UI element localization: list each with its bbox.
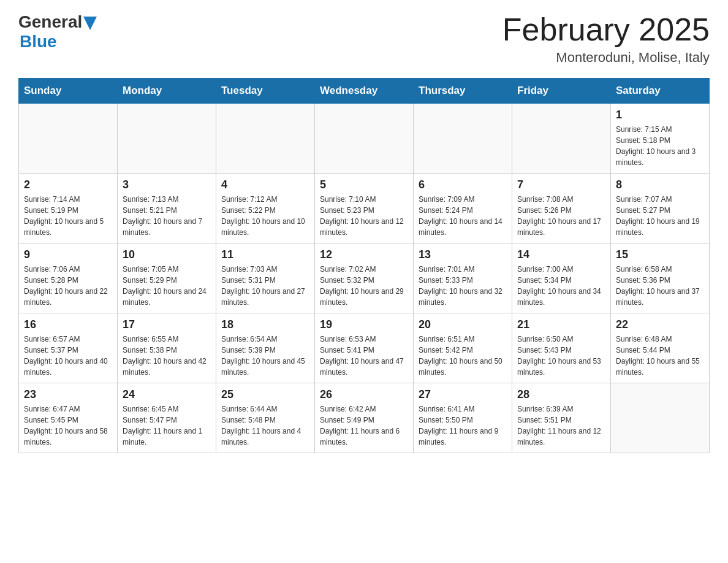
day-number: 10: [123, 248, 211, 261]
svg-marker-0: [83, 17, 97, 30]
logo-blue-text: Blue: [20, 32, 57, 51]
calendar-cell: 2Sunrise: 7:14 AM Sunset: 5:19 PM Daylig…: [19, 174, 118, 243]
weekday-header-tuesday: Tuesday: [216, 79, 315, 104]
day-number: 9: [24, 248, 112, 261]
day-number: 21: [517, 318, 605, 331]
day-info: Sunrise: 6:54 AM Sunset: 5:39 PM Dayligh…: [221, 334, 309, 378]
day-info: Sunrise: 6:48 AM Sunset: 5:44 PM Dayligh…: [616, 334, 704, 378]
day-number: 27: [419, 388, 507, 401]
day-info: Sunrise: 7:05 AM Sunset: 5:29 PM Dayligh…: [123, 264, 211, 308]
day-info: Sunrise: 7:10 AM Sunset: 5:23 PM Dayligh…: [320, 194, 408, 238]
day-number: 12: [320, 248, 408, 261]
calendar-cell: [118, 104, 216, 174]
day-number: 20: [419, 318, 507, 331]
weekday-header-row: SundayMondayTuesdayWednesdayThursdayFrid…: [19, 79, 710, 104]
calendar-week-row: 2Sunrise: 7:14 AM Sunset: 5:19 PM Daylig…: [19, 174, 710, 243]
weekday-header-thursday: Thursday: [414, 79, 512, 104]
day-info: Sunrise: 6:39 AM Sunset: 5:51 PM Dayligh…: [517, 404, 605, 448]
calendar-cell: 6Sunrise: 7:09 AM Sunset: 5:24 PM Daylig…: [414, 174, 512, 243]
calendar-week-row: 9Sunrise: 7:06 AM Sunset: 5:28 PM Daylig…: [19, 243, 710, 313]
calendar-cell: [216, 104, 315, 174]
weekday-header-monday: Monday: [118, 79, 216, 104]
logo-triangle-icon: [83, 17, 97, 30]
day-number: 28: [517, 388, 605, 401]
day-number: 19: [320, 318, 408, 331]
calendar-cell: 14Sunrise: 7:00 AM Sunset: 5:34 PM Dayli…: [512, 243, 611, 313]
day-number: 13: [419, 248, 507, 261]
day-info: Sunrise: 6:44 AM Sunset: 5:48 PM Dayligh…: [221, 404, 309, 448]
day-info: Sunrise: 7:14 AM Sunset: 5:19 PM Dayligh…: [24, 194, 112, 238]
weekday-header-saturday: Saturday: [611, 79, 710, 104]
logo-general-text: General: [18, 12, 82, 32]
day-info: Sunrise: 7:13 AM Sunset: 5:21 PM Dayligh…: [123, 194, 211, 238]
day-number: 23: [24, 388, 112, 401]
calendar-cell: 1Sunrise: 7:15 AM Sunset: 5:18 PM Daylig…: [611, 104, 710, 174]
day-number: 26: [320, 388, 408, 401]
calendar-week-row: 1Sunrise: 7:15 AM Sunset: 5:18 PM Daylig…: [19, 104, 710, 174]
day-number: 4: [221, 178, 309, 191]
day-number: 24: [123, 388, 211, 401]
calendar-cell: 5Sunrise: 7:10 AM Sunset: 5:23 PM Daylig…: [315, 174, 414, 243]
calendar-cell: [414, 104, 512, 174]
calendar-cell: 21Sunrise: 6:50 AM Sunset: 5:43 PM Dayli…: [512, 313, 611, 383]
weekday-header-wednesday: Wednesday: [315, 79, 414, 104]
day-info: Sunrise: 6:45 AM Sunset: 5:47 PM Dayligh…: [123, 404, 211, 448]
calendar-cell: 16Sunrise: 6:57 AM Sunset: 5:37 PM Dayli…: [19, 313, 118, 383]
day-info: Sunrise: 7:08 AM Sunset: 5:26 PM Dayligh…: [517, 194, 605, 238]
calendar-cell: 18Sunrise: 6:54 AM Sunset: 5:39 PM Dayli…: [216, 313, 315, 383]
day-info: Sunrise: 7:09 AM Sunset: 5:24 PM Dayligh…: [419, 194, 507, 238]
calendar-cell: 25Sunrise: 6:44 AM Sunset: 5:48 PM Dayli…: [216, 383, 315, 453]
calendar-cell: 26Sunrise: 6:42 AM Sunset: 5:49 PM Dayli…: [315, 383, 414, 453]
day-info: Sunrise: 7:01 AM Sunset: 5:33 PM Dayligh…: [419, 264, 507, 308]
day-info: Sunrise: 7:07 AM Sunset: 5:27 PM Dayligh…: [616, 194, 704, 238]
day-info: Sunrise: 6:50 AM Sunset: 5:43 PM Dayligh…: [517, 334, 605, 378]
day-number: 15: [616, 248, 704, 261]
day-number: 8: [616, 178, 704, 191]
weekday-header-friday: Friday: [512, 79, 611, 104]
day-info: Sunrise: 7:15 AM Sunset: 5:18 PM Dayligh…: [616, 124, 704, 168]
calendar-cell: 15Sunrise: 6:58 AM Sunset: 5:36 PM Dayli…: [611, 243, 710, 313]
calendar-week-row: 16Sunrise: 6:57 AM Sunset: 5:37 PM Dayli…: [19, 313, 710, 383]
day-number: 5: [320, 178, 408, 191]
calendar-title: February 2025: [502, 12, 710, 47]
calendar-cell: 24Sunrise: 6:45 AM Sunset: 5:47 PM Dayli…: [118, 383, 216, 453]
day-info: Sunrise: 6:47 AM Sunset: 5:45 PM Dayligh…: [24, 404, 112, 448]
calendar-cell: 7Sunrise: 7:08 AM Sunset: 5:26 PM Daylig…: [512, 174, 611, 243]
calendar-cell: [512, 104, 611, 174]
page-header: General Blue February 2025 Monteroduni, …: [18, 12, 710, 66]
weekday-header-sunday: Sunday: [19, 79, 118, 104]
calendar-cell: 20Sunrise: 6:51 AM Sunset: 5:42 PM Dayli…: [414, 313, 512, 383]
calendar-subtitle: Monteroduni, Molise, Italy: [502, 50, 710, 66]
calendar-cell: 17Sunrise: 6:55 AM Sunset: 5:38 PM Dayli…: [118, 313, 216, 383]
calendar-table: SundayMondayTuesdayWednesdayThursdayFrid…: [18, 78, 710, 453]
calendar-cell: 11Sunrise: 7:03 AM Sunset: 5:31 PM Dayli…: [216, 243, 315, 313]
day-info: Sunrise: 7:02 AM Sunset: 5:32 PM Dayligh…: [320, 264, 408, 308]
calendar-cell: [19, 104, 118, 174]
day-info: Sunrise: 6:55 AM Sunset: 5:38 PM Dayligh…: [123, 334, 211, 378]
calendar-cell: 19Sunrise: 6:53 AM Sunset: 5:41 PM Dayli…: [315, 313, 414, 383]
calendar-cell: 9Sunrise: 7:06 AM Sunset: 5:28 PM Daylig…: [19, 243, 118, 313]
day-info: Sunrise: 7:03 AM Sunset: 5:31 PM Dayligh…: [221, 264, 309, 308]
day-number: 2: [24, 178, 112, 191]
day-number: 7: [517, 178, 605, 191]
day-info: Sunrise: 6:51 AM Sunset: 5:42 PM Dayligh…: [419, 334, 507, 378]
logo: General Blue: [18, 12, 97, 52]
calendar-cell: 8Sunrise: 7:07 AM Sunset: 5:27 PM Daylig…: [611, 174, 710, 243]
day-number: 1: [616, 109, 704, 121]
day-info: Sunrise: 6:53 AM Sunset: 5:41 PM Dayligh…: [320, 334, 408, 378]
calendar-cell: 27Sunrise: 6:41 AM Sunset: 5:50 PM Dayli…: [414, 383, 512, 453]
calendar-cell: 3Sunrise: 7:13 AM Sunset: 5:21 PM Daylig…: [118, 174, 216, 243]
day-number: 22: [616, 318, 704, 331]
day-number: 6: [419, 178, 507, 191]
day-number: 25: [221, 388, 309, 401]
day-number: 11: [221, 248, 309, 261]
title-section: February 2025 Monteroduni, Molise, Italy: [502, 12, 710, 66]
day-info: Sunrise: 6:41 AM Sunset: 5:50 PM Dayligh…: [419, 404, 507, 448]
calendar-cell: 10Sunrise: 7:05 AM Sunset: 5:29 PM Dayli…: [118, 243, 216, 313]
day-number: 17: [123, 318, 211, 331]
calendar-cell: [315, 104, 414, 174]
day-info: Sunrise: 7:06 AM Sunset: 5:28 PM Dayligh…: [24, 264, 112, 308]
calendar-cell: 28Sunrise: 6:39 AM Sunset: 5:51 PM Dayli…: [512, 383, 611, 453]
calendar-week-row: 23Sunrise: 6:47 AM Sunset: 5:45 PM Dayli…: [19, 383, 710, 453]
day-info: Sunrise: 6:58 AM Sunset: 5:36 PM Dayligh…: [616, 264, 704, 308]
